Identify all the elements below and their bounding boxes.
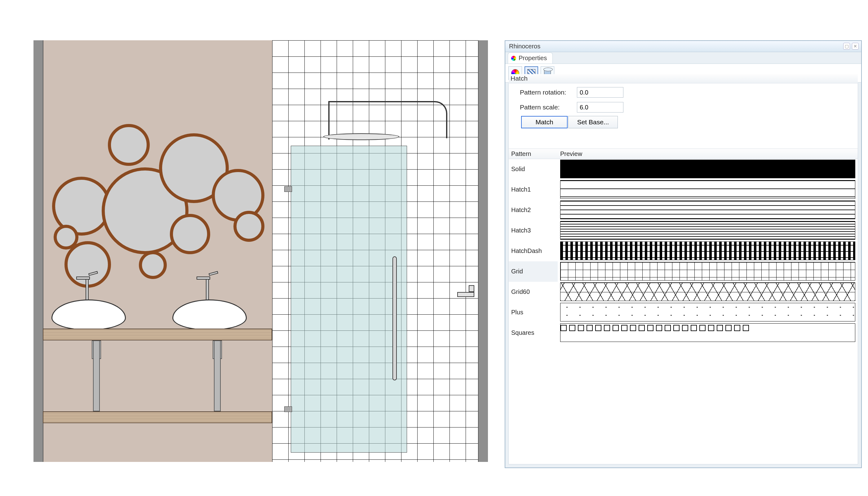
window-title: Rhinoceros (509, 43, 540, 50)
hinge-icon (284, 186, 292, 192)
pattern-preview-plus[interactable] (560, 303, 855, 322)
pattern-row[interactable]: Solid (509, 159, 558, 180)
rotation-input[interactable] (577, 87, 623, 98)
col-header-pattern: Pattern (509, 149, 558, 159)
pattern-row[interactable]: Hatch3 (509, 220, 558, 241)
pattern-row-selected[interactable]: Grid (509, 261, 558, 282)
faucet (73, 274, 98, 301)
pattern-preview-hatch1[interactable] (560, 180, 855, 199)
mirror-circle (170, 214, 210, 254)
support (93, 340, 100, 412)
set-base-button[interactable]: Set Base... (568, 116, 618, 128)
pattern-row[interactable]: Plus (509, 302, 558, 323)
wall-left (33, 40, 43, 462)
color-wheel-icon (511, 56, 516, 61)
mirror-circle (139, 251, 167, 279)
pattern-preview-squares[interactable] (560, 323, 855, 342)
pattern-row[interactable]: HatchDash (509, 241, 558, 261)
hatch-form: Pattern rotation: Pattern scale: Match S… (509, 83, 858, 130)
mirror-circle (233, 211, 264, 242)
bathroom-elevation (33, 40, 488, 462)
shower-glass-door (291, 146, 407, 453)
shelf-bottom (43, 412, 272, 423)
minimize-icon[interactable]: ▢ (843, 43, 850, 50)
pattern-preview-hatchdash[interactable] (560, 242, 855, 260)
rotation-label: Pattern rotation: (511, 89, 573, 96)
section-title: Hatch (509, 74, 858, 83)
scale-label: Pattern scale: (511, 104, 573, 111)
tab-label: Properties (518, 55, 547, 62)
properties-panel: Rhinoceros ▢ ✕ Properties Hatch Pattern … (505, 40, 862, 468)
mirror-circle (108, 124, 150, 166)
match-button[interactable]: Match (521, 116, 568, 128)
shelf-top (43, 329, 272, 340)
pattern-row[interactable]: Hatch1 (509, 180, 558, 200)
shower-tap (457, 285, 474, 310)
pattern-preview-hatch2[interactable] (560, 201, 855, 219)
wall-right (479, 40, 488, 462)
panel-titlebar[interactable]: Rhinoceros ▢ ✕ (505, 41, 861, 52)
pattern-row[interactable]: Hatch2 (509, 200, 558, 220)
close-icon[interactable]: ✕ (852, 43, 859, 50)
col-header-preview: Preview (558, 149, 858, 159)
pattern-preview-grid[interactable] (560, 262, 855, 281)
panel-body: Hatch Pattern rotation: Pattern scale: M… (508, 83, 858, 464)
pattern-preview-grid60[interactable] (560, 282, 855, 301)
pattern-preview-solid[interactable] (560, 160, 855, 178)
tabstrip: Properties (505, 52, 861, 64)
faucet (193, 274, 218, 301)
door-handle (392, 257, 397, 381)
shower-arm (329, 101, 447, 138)
pattern-table: Pattern Solid Hatch1 Hatch2 Hatch3 Hatch… (509, 149, 858, 464)
vanity-counter (43, 329, 272, 423)
hinge-icon (284, 406, 292, 412)
shower-head (323, 133, 399, 140)
scale-input[interactable] (577, 102, 623, 112)
pattern-row[interactable]: Grid60 (509, 282, 558, 302)
pattern-preview-hatch3[interactable] (560, 221, 855, 239)
tab-properties[interactable]: Properties (508, 52, 553, 64)
pattern-row[interactable]: Squares (509, 323, 558, 343)
support (214, 340, 221, 412)
